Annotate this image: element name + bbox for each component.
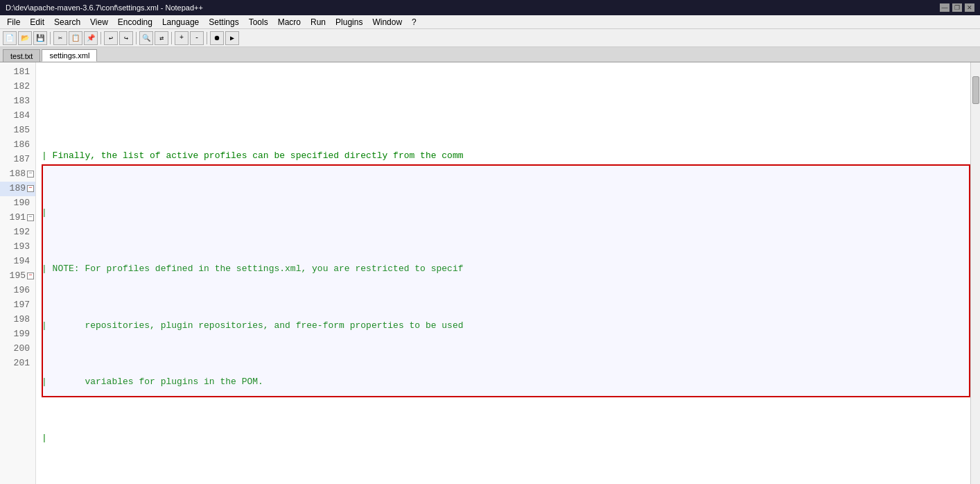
toolbar: 📄 📂 💾 ✂ 📋 📌 ↩ ↪ 🔍 ⇄ + - ⏺ ▶: [0, 29, 980, 47]
line-num-184: 184: [0, 109, 35, 123]
line-num-185: 185: [0, 123, 35, 138]
toolbar-sep-3: [136, 32, 137, 44]
maximize-button[interactable]: ❐: [952, 3, 962, 12]
toolbar-sep-1: [50, 32, 51, 44]
code-line-182: |: [42, 205, 965, 220]
toolbar-find[interactable]: 🔍: [139, 31, 153, 45]
menu-language[interactable]: Language: [158, 16, 203, 28]
menu-file[interactable]: File: [3, 16, 24, 28]
title-bar-controls[interactable]: — ❐ ✕: [940, 3, 974, 12]
line-num-190: 190: [0, 196, 35, 211]
toolbar-save[interactable]: 💾: [33, 31, 47, 45]
menu-bar: File Edit Search View Encoding Language …: [0, 15, 980, 29]
line-num-183: 183: [0, 94, 35, 109]
toolbar-sep-5: [207, 32, 207, 44]
collapse-icon-189[interactable]: −: [27, 185, 34, 192]
toolbar-sep-2: [100, 32, 101, 44]
menu-tools[interactable]: Tools: [245, 16, 272, 28]
menu-view[interactable]: View: [86, 16, 112, 28]
line-num-187: 187: [0, 153, 35, 167]
code-line-181: | Finally, the list of active profiles c…: [42, 149, 965, 164]
line-num-188: − 188: [0, 167, 35, 182]
line-num-195: − 195: [0, 269, 35, 284]
code-line-184: | repositories, plugin repositories, and…: [42, 318, 965, 333]
menu-plugins[interactable]: Plugins: [331, 16, 367, 28]
line-num-201: 201: [0, 356, 35, 371]
selection-box: [42, 164, 970, 397]
menu-window[interactable]: Window: [368, 16, 406, 28]
toolbar-redo[interactable]: ↪: [119, 31, 133, 45]
line-182-text: |: [42, 206, 47, 220]
menu-help[interactable]: ?: [408, 16, 421, 28]
code-line-183: | NOTE: For profiles defined in the sett…: [42, 262, 965, 277]
line-num-197: 197: [0, 298, 35, 313]
line-num-193: 193: [0, 240, 35, 254]
menu-settings[interactable]: Settings: [204, 16, 243, 28]
toolbar-zoom-in[interactable]: +: [175, 31, 189, 45]
line-184-text: | repositories, plugin repositories, and…: [42, 319, 464, 333]
line-num-182: 182: [0, 80, 35, 94]
title-bar-text: D:\dev\apache-maven-3.6.7\conf\settings.…: [6, 3, 203, 12]
line-181-text: | Finally, the list of active profiles c…: [42, 149, 464, 163]
menu-run[interactable]: Run: [306, 16, 330, 28]
close-button[interactable]: ✕: [965, 3, 974, 12]
toolbar-macro-play[interactable]: ▶: [225, 31, 239, 45]
code-line-185: | variables for plugins in the POM.: [42, 375, 965, 390]
code-line-186: |: [42, 431, 965, 446]
menu-search[interactable]: Search: [50, 16, 85, 28]
line-num-199: 199: [0, 327, 35, 342]
toolbar-zoom-out[interactable]: -: [190, 31, 204, 45]
tab-bar: test.txt settings.xml: [0, 47, 980, 62]
toolbar-undo[interactable]: ↩: [104, 31, 118, 45]
toolbar-sep-4: [171, 32, 172, 44]
toolbar-open[interactable]: 📂: [18, 31, 32, 45]
toolbar-paste[interactable]: 📌: [84, 31, 98, 45]
line-183-text: | NOTE: For profiles defined in the sett…: [42, 262, 464, 276]
scrollbar-thumb[interactable]: [972, 76, 979, 104]
tab-test-txt[interactable]: test.txt: [3, 49, 40, 62]
code-content[interactable]: | Finally, the list of active profiles c…: [36, 62, 970, 484]
line-num-196: 196: [0, 284, 35, 298]
vertical-scrollbar[interactable]: [970, 62, 980, 484]
line-num-191: − 191: [0, 211, 35, 225]
line-186-text: |: [42, 431, 47, 445]
collapse-icon-195[interactable]: −: [27, 273, 34, 279]
line-num-181: 181: [0, 65, 35, 80]
line-num-200: 200: [0, 342, 35, 356]
toolbar-new[interactable]: 📄: [3, 31, 17, 45]
line-num-198: 198: [0, 313, 35, 327]
code-area: 181 182 183 184 185 186 187 − 188 − 189 …: [0, 62, 980, 484]
line-num-192: 192: [0, 225, 35, 240]
toolbar-copy[interactable]: 📋: [69, 31, 82, 45]
menu-encoding[interactable]: Encoding: [114, 16, 157, 28]
toolbar-replace[interactable]: ⇄: [155, 31, 168, 45]
minimize-button[interactable]: —: [940, 3, 950, 12]
tab-settings-xml[interactable]: settings.xml: [42, 49, 97, 62]
line-num-186: 186: [0, 138, 35, 153]
line-num-189: − 189: [0, 182, 35, 196]
collapse-icon-188[interactable]: −: [27, 171, 34, 178]
collapse-icon-191[interactable]: −: [27, 214, 34, 221]
line-185-text: | variables for plugins in the POM.: [42, 375, 263, 389]
toolbar-cut[interactable]: ✂: [53, 31, 67, 45]
title-bar: D:\dev\apache-maven-3.6.7\conf\settings.…: [0, 0, 980, 15]
line-num-194: 194: [0, 254, 35, 269]
toolbar-macro-rec[interactable]: ⏺: [210, 31, 224, 45]
line-numbers: 181 182 183 184 185 186 187 − 188 − 189 …: [0, 62, 36, 484]
menu-macro[interactable]: Macro: [274, 16, 305, 28]
menu-edit[interactable]: Edit: [26, 16, 49, 28]
